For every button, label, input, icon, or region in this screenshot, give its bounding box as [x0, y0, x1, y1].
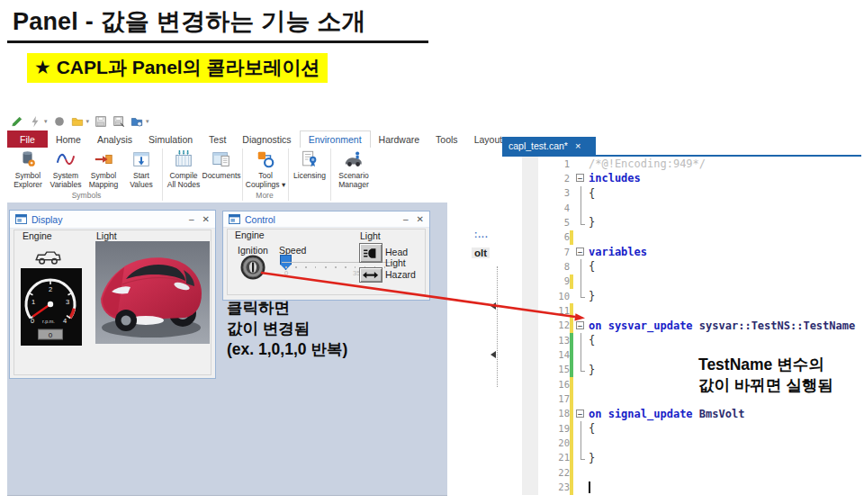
fold-collapse-icon[interactable]: − [575, 245, 588, 259]
fold-collapse-icon[interactable]: − [575, 171, 588, 185]
lightning-icon[interactable] [29, 115, 41, 128]
ribbon-button-label: CompileAll Nodes [167, 171, 200, 189]
symbol-mapping-icon [94, 149, 113, 169]
code-line-1[interactable]: 1/*@!Encoding:949*/ [490, 157, 861, 171]
code-line-12[interactable]: 12−on sysvar_update sysvar::TestNS::Test… [490, 319, 861, 333]
code-line-11[interactable]: 11 [490, 303, 861, 318]
licensing-button[interactable]: Licensing [291, 148, 328, 180]
dropdown-caret-icon[interactable]: ▾ [146, 118, 149, 125]
code-line-23[interactable]: 23 [490, 481, 861, 495]
hazard-icon [362, 270, 379, 280]
testname-annotation: TestName 변수의 값이 바뀌면 실행됨 [698, 355, 833, 396]
code-line-10[interactable]: 10} [490, 289, 861, 303]
ribbon-tab-environment[interactable]: Environment [300, 130, 371, 148]
tab-close-icon[interactable]: × [575, 141, 580, 151]
rpm-gauge[interactable]: 1 2 3 0 4 r.p.m. 0 [21, 268, 82, 346]
code-line-21[interactable]: 21} [490, 451, 861, 465]
folder-icon[interactable] [71, 115, 84, 128]
subtitle-highlight: ★ CAPL과 Panel의 콜라보레이션 [27, 53, 328, 83]
fold-collapse-icon[interactable]: − [575, 407, 588, 421]
save-icon[interactable] [94, 115, 107, 128]
code-line-13[interactable]: 13{ [490, 333, 861, 347]
code-line-9[interactable]: 9 [490, 274, 861, 289]
ribbon-tab-hardware[interactable]: Hardware [371, 130, 428, 148]
canoe-workspace: Display – ✕ Engine Light [7, 202, 447, 496]
code-line-2[interactable]: 2−includes [490, 171, 861, 185]
fold-bracket [575, 289, 588, 303]
code-line-19[interactable]: 19{ [490, 421, 861, 436]
code-line-4[interactable]: 4 [490, 201, 861, 215]
close-button[interactable]: ✕ [417, 215, 424, 224]
code-line-8[interactable]: 8{ [490, 259, 861, 274]
minimize-button[interactable]: – [189, 215, 194, 224]
tool-couplings-button[interactable]: ToolCouplings ▾ [245, 148, 286, 189]
ribbon-tab-analysis[interactable]: Analysis [89, 130, 140, 148]
symbol-mapping-button[interactable]: SymbolMapping [85, 148, 122, 189]
collapse-arrow-icon[interactable] [490, 302, 496, 310]
ribbon-button-label: StartValues [130, 171, 152, 189]
ribbon-tab-test[interactable]: Test [201, 130, 234, 148]
ribbon-button-label: ScenarioManager [338, 171, 369, 189]
line-number: 14 [551, 349, 570, 360]
code-text: } [589, 216, 595, 229]
fold-collapse-icon[interactable]: − [575, 319, 588, 333]
code-line-5[interactable]: 5} [490, 215, 861, 230]
ribbon-tab-home[interactable]: Home [48, 130, 89, 148]
code-line-3[interactable]: 3{ [490, 186, 861, 201]
docked-window-fragment-olt: olt [472, 248, 490, 258]
documents-button[interactable]: Documents [202, 148, 240, 180]
ribbon-tab-simulation[interactable]: Simulation [140, 130, 201, 148]
ignition-knob[interactable] [239, 254, 266, 281]
fold-bracket [575, 215, 588, 230]
record-icon[interactable] [53, 115, 66, 128]
collapse-arrow-icon[interactable] [490, 351, 496, 358]
ribbon-tab-diagnostics[interactable]: Diagnostics [234, 130, 299, 148]
hazard-button[interactable] [359, 267, 382, 283]
canoe-window: ▾▾▾ FileHomeAnalysisSimulationTestDiagno… [7, 112, 447, 496]
ribbon-button-label: SymbolExplorer [14, 171, 42, 189]
compile-nodes-button[interactable]: CompileAll Nodes [165, 148, 202, 189]
code-line-18[interactable]: 18−on signal_update BmsVolt [490, 407, 861, 421]
headlight-button[interactable] [359, 243, 382, 263]
headlight-label: Head Light [385, 247, 429, 268]
control-panel-body: Engine Ignition Speed 0 3500 [223, 228, 429, 298]
code-line-6[interactable]: 6 [490, 230, 861, 245]
line-number: 3 [551, 187, 570, 198]
display-panel-titlebar[interactable]: Display – ✕ [10, 211, 215, 229]
code-text: on signal_update BmsVolt [589, 408, 744, 420]
line-number: 1 [551, 158, 570, 169]
ribbon-tab-file[interactable]: File [7, 130, 48, 148]
start-values-button[interactable]: StartValues [122, 148, 160, 189]
display-panel-body: Engine Light 1 2 [10, 229, 215, 377]
line-number: 10 [551, 291, 570, 302]
start-values-icon [131, 149, 151, 169]
code-line-20[interactable]: 20 [490, 436, 861, 451]
code-text: on sysvar_update sysvar::TestNS::TestNam… [589, 320, 855, 332]
engine-label: Engine [22, 230, 52, 241]
dock-splitter[interactable] [497, 266, 498, 387]
line-number: 13 [551, 335, 570, 346]
scenario-manager-icon [344, 149, 364, 169]
ribbon-tab-tools[interactable]: Tools [428, 130, 466, 148]
scenario-manager-button[interactable]: ScenarioManager [333, 148, 374, 189]
close-button[interactable]: ✕ [202, 215, 210, 224]
fold-bracket [575, 347, 588, 362]
config-folder-icon[interactable] [130, 115, 143, 128]
code-editor[interactable]: 1/*@!Encoding:949*/2−includes3{45}67−var… [490, 157, 861, 495]
code-text: } [589, 364, 595, 376]
code-line-22[interactable]: 22 [490, 465, 861, 480]
pencil-icon[interactable] [11, 115, 23, 128]
dropdown-caret-icon[interactable]: ▾ [86, 118, 90, 125]
editor-tab[interactable]: capl_test.can* × [502, 137, 596, 155]
licensing-icon [300, 149, 320, 169]
save-all-icon[interactable] [112, 115, 125, 128]
fold-bracket [575, 333, 588, 347]
control-panel-titlebar[interactable]: Control – ✕ [223, 212, 429, 228]
system-variables-button[interactable]: SystemVariables [47, 148, 85, 189]
symbol-explorer-button[interactable]: SymbolExplorer [9, 148, 47, 189]
change-bar [570, 481, 573, 495]
minimize-button[interactable]: – [403, 215, 409, 224]
dropdown-caret-icon[interactable]: ▾ [44, 118, 48, 125]
svg-text:2: 2 [49, 285, 52, 293]
code-line-7[interactable]: 7−variables [490, 245, 861, 259]
